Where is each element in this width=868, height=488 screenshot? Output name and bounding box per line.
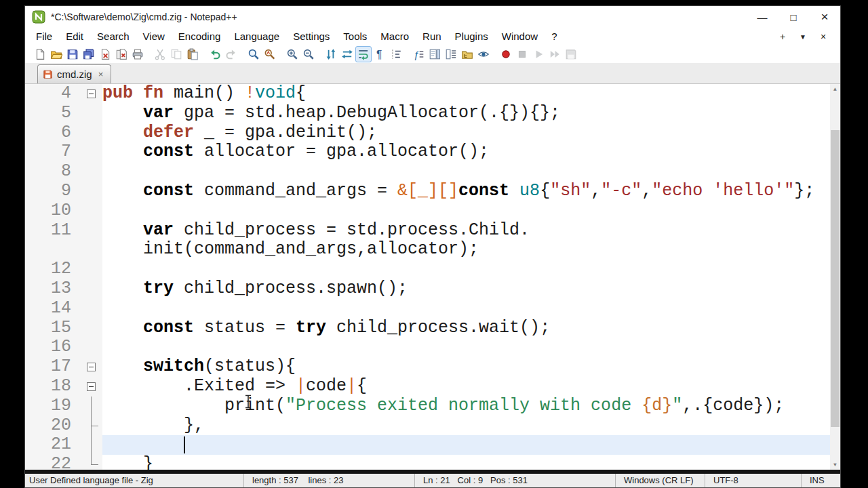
line-number: 22 xyxy=(25,455,79,470)
tab-cmd-zig[interactable]: cmd.zig × xyxy=(37,64,111,83)
menu-window[interactable]: Window xyxy=(495,28,545,45)
fold-toggle[interactable] xyxy=(79,357,102,377)
code-text[interactable]: defer _ = gpa.deinit(); xyxy=(102,123,830,143)
menu-tools[interactable]: Tools xyxy=(336,28,374,45)
menu-settings[interactable]: Settings xyxy=(286,28,336,45)
save-all-button[interactable] xyxy=(81,46,97,62)
menubar-extra: + ▼ × xyxy=(772,31,833,42)
code-text[interactable]: var gpa = std.heap.DebugAllocator(.{}){}… xyxy=(102,104,830,123)
status-typing-mode[interactable]: INS xyxy=(801,474,840,487)
menubar-close-button[interactable]: × xyxy=(813,31,833,42)
fold-margin xyxy=(79,162,102,182)
menu-help[interactable]: ? xyxy=(545,28,564,45)
word-wrap-button[interactable] xyxy=(355,46,372,62)
folder-as-workspace-button[interactable] xyxy=(459,46,475,62)
scrollbar-thumb[interactable] xyxy=(831,130,840,427)
editor-line-9: 9 const command_and_args = &[_][]const u… xyxy=(25,182,830,201)
menubar-list-button[interactable]: ▼ xyxy=(793,33,813,41)
code-text[interactable] xyxy=(102,299,830,319)
code-text[interactable]: .Exited => |code|{ xyxy=(102,377,830,396)
editor-line-17: 17 switch(status){ xyxy=(25,357,830,377)
fold-margin xyxy=(79,201,102,221)
sync-vertical-icon xyxy=(325,48,337,60)
fold-margin xyxy=(79,104,102,123)
menu-view[interactable]: View xyxy=(136,28,172,45)
menu-macro[interactable]: Macro xyxy=(374,28,416,45)
record-macro-button[interactable] xyxy=(498,46,514,62)
save-all-icon xyxy=(83,48,95,60)
code-text[interactable]: const allocator = gpa.allocator(); xyxy=(102,142,830,162)
show-all-characters-button[interactable]: ¶ xyxy=(372,46,388,62)
code-text[interactable] xyxy=(102,201,830,221)
menubar: FileEditSearchViewEncodingLanguageSettin… xyxy=(25,28,840,45)
toolbar-group xyxy=(245,46,278,62)
line-number: 16 xyxy=(25,338,79,357)
code-text[interactable]: const command_and_args = &[_][]const u8{… xyxy=(102,182,830,201)
menubar-plus-button[interactable]: + xyxy=(772,31,793,42)
minimize-button[interactable]: — xyxy=(747,6,778,28)
sync-vertical-button[interactable] xyxy=(323,46,339,62)
paste-button[interactable] xyxy=(184,46,201,62)
code-text[interactable]: } xyxy=(102,455,830,470)
close-file-button[interactable] xyxy=(97,46,113,62)
menu-run[interactable]: Run xyxy=(416,28,448,45)
file-monitoring-button[interactable] xyxy=(475,46,492,62)
tab-close-button[interactable]: × xyxy=(96,69,106,80)
zoom-out-icon xyxy=(302,48,315,60)
code-text[interactable]: var child_process = std.process.Child. xyxy=(102,221,830,241)
zoom-out-button[interactable] xyxy=(300,46,317,62)
print-button[interactable] xyxy=(130,46,146,62)
menu-encoding[interactable]: Encoding xyxy=(172,28,228,45)
replace-button[interactable] xyxy=(262,46,278,62)
code-text[interactable]: init(command_and_args,allocator); xyxy=(102,240,830,260)
code-text[interactable] xyxy=(102,260,830,279)
maximize-button[interactable]: □ xyxy=(778,6,809,28)
code-text[interactable]: }, xyxy=(102,416,830,436)
status-encoding[interactable]: UTF-8 xyxy=(705,474,801,487)
fold-margin xyxy=(79,260,102,279)
code-text[interactable] xyxy=(102,162,830,182)
menu-plugins[interactable]: Plugins xyxy=(448,28,495,45)
window-title: *C:\Software\demo\Zig\cmd.zig - Notepad+… xyxy=(51,12,747,22)
fold-margin xyxy=(79,319,102,338)
sync-horizontal-button[interactable] xyxy=(339,46,355,62)
code-text[interactable]: try child_process.spawn(); xyxy=(102,279,830,299)
open-file-button[interactable] xyxy=(48,46,64,62)
scroll-up-arrow-icon[interactable]: ▲ xyxy=(830,84,840,94)
vertical-scrollbar[interactable]: ▲ ▼ xyxy=(830,84,840,470)
menu-language[interactable]: Language xyxy=(227,28,286,45)
code-text[interactable]: pub fn main() !void{ xyxy=(102,84,830,104)
code-text[interactable]: const status = try child_process.wait(); xyxy=(102,319,830,338)
function-list-button[interactable]: ƒ xyxy=(410,46,427,62)
code-text[interactable] xyxy=(102,435,830,455)
code-text[interactable]: print("Process exited normally with code… xyxy=(102,396,830,416)
play-macro-button xyxy=(530,46,547,62)
scroll-down-arrow-icon[interactable]: ▼ xyxy=(830,460,840,470)
fold-margin xyxy=(79,240,102,260)
new-file-button[interactable] xyxy=(32,46,48,62)
line-number: 14 xyxy=(25,299,79,319)
text-caret xyxy=(184,436,185,453)
close-button[interactable]: × xyxy=(809,6,840,28)
menu-search[interactable]: Search xyxy=(90,28,136,45)
find-button[interactable] xyxy=(245,46,262,62)
fold-toggle[interactable] xyxy=(79,377,102,396)
status-length-lines: length : 537 lines : 23 xyxy=(243,474,414,487)
close-all-button[interactable] xyxy=(113,46,130,62)
document-list-button[interactable] xyxy=(443,46,459,62)
status-eol-format[interactable]: Windows (CR LF) xyxy=(615,474,705,487)
record-macro-icon xyxy=(500,48,512,60)
code-text[interactable]: switch(status){ xyxy=(102,357,830,377)
save-file-button[interactable] xyxy=(64,46,81,62)
editor[interactable]: 4pub fn main() !void{5 var gpa = std.hea… xyxy=(25,84,840,470)
indent-guide-button[interactable] xyxy=(388,46,404,62)
menu-edit[interactable]: Edit xyxy=(59,28,90,45)
fold-toggle[interactable] xyxy=(79,84,102,104)
sync-horizontal-icon xyxy=(341,48,353,60)
undo-button[interactable] xyxy=(207,46,223,62)
code-text[interactable] xyxy=(102,338,830,357)
zoom-in-button[interactable] xyxy=(284,46,300,62)
menu-file[interactable]: File xyxy=(29,28,59,45)
word-wrap-icon xyxy=(357,48,370,60)
document-map-button[interactable] xyxy=(427,46,443,62)
